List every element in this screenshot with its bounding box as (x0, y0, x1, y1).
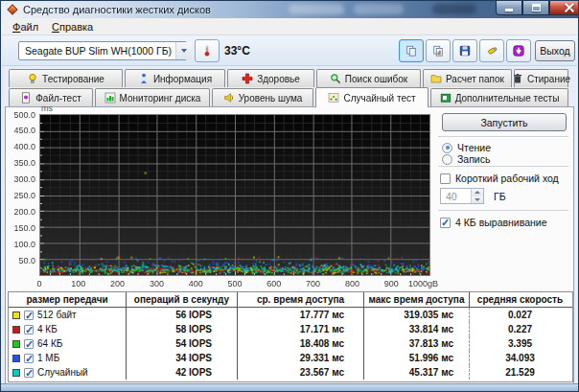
close-button[interactable] (549, 1, 579, 15)
title-bar[interactable]: Средство диагностики жестких дисков (1, 1, 578, 18)
col-header: средняя скорость (470, 292, 570, 307)
drive-select-dropdown[interactable] (175, 42, 192, 59)
series-color-swatch (12, 340, 20, 348)
temperature-button[interactable] (195, 39, 220, 62)
chevron-down-icon (181, 49, 187, 53)
tab-additional-tests[interactable]: Дополнительные тесты (430, 88, 568, 106)
short-stroke-label: Короткий рабочий ход (455, 173, 559, 184)
series-checkbox[interactable] (24, 339, 34, 349)
tab-label: Дополнительные тесты (455, 93, 560, 104)
radio-write-label: Запись (457, 153, 490, 165)
folder-icon (430, 73, 442, 84)
short-stroke-size-stepper[interactable]: 40 (440, 188, 484, 204)
tab-erase[interactable]: Стирание (514, 69, 568, 87)
separator (438, 136, 568, 137)
speaker-icon (223, 92, 235, 104)
col-header: операций в секунду (127, 292, 238, 307)
series-label: 1 МБ (37, 353, 59, 363)
series-checkbox[interactable] (24, 354, 34, 363)
tab-health[interactable]: Здоровье (227, 69, 314, 87)
avg-access-value: 18.408 мс (238, 336, 364, 351)
series-checkbox[interactable] (24, 325, 34, 334)
stepper-down[interactable] (472, 196, 483, 204)
alignment-checkbox[interactable] (440, 218, 451, 228)
tab-disk-monitor[interactable]: Мониторинг диска (95, 88, 210, 106)
random-test-chart (39, 114, 430, 276)
usb-drive-icon (486, 45, 498, 57)
series-label: 64 КБ (37, 338, 62, 349)
iops-value: 54 IOPS (127, 336, 238, 351)
tab-folder-size[interactable]: Расчет папок (423, 69, 512, 87)
tab-label: Тестирование (42, 74, 104, 84)
exit-button[interactable]: Выход (535, 40, 575, 61)
temperature-value: 33°C (224, 44, 250, 58)
app-window: Средство диагностики жестких дисков Файл… (0, 0, 579, 392)
alignment-label: 4 КБ выравнивание (455, 217, 547, 228)
separator (438, 166, 568, 167)
copy-report-button[interactable] (426, 39, 451, 62)
radio-read[interactable] (442, 143, 452, 153)
gb-unit-label: ГБ (494, 191, 506, 202)
series-color-swatch (12, 355, 20, 362)
tab-information[interactable]: Информация (125, 69, 225, 87)
minimize-icon (505, 9, 513, 12)
tab-file-test[interactable]: Файл-тест (9, 88, 93, 106)
avg-speed-value: 3.395 (470, 336, 570, 351)
minimize-button[interactable] (496, 1, 522, 15)
health-cross-icon (242, 73, 253, 84)
tab-testing[interactable]: Тестирование (9, 69, 123, 87)
table-row: 512 байт 56 IOPS 17.777 мс 319.035 мс 0.… (9, 308, 572, 322)
window-controls (496, 1, 579, 15)
trash-icon (512, 73, 523, 84)
write-mode-option[interactable]: Запись (442, 153, 490, 165)
table-row: 1 МБ 34 IOPS 29.331 мс 51.996 мс 34.093 (9, 351, 572, 365)
usb-export-button[interactable] (479, 39, 504, 62)
copy-icon (405, 45, 417, 57)
separator (438, 210, 568, 211)
series-checkbox[interactable] (24, 311, 34, 320)
short-stroke-checkbox[interactable] (440, 173, 451, 184)
floppy-save-icon (459, 45, 471, 57)
series-color-swatch (12, 311, 20, 319)
tab-label: Уровень шума (239, 93, 303, 104)
tab-random-test[interactable]: Случайный тест (315, 87, 428, 107)
download-arrow-icon (513, 45, 524, 57)
alignment-option[interactable]: 4 КБ выравнивание (440, 217, 547, 228)
maximize-button[interactable] (522, 1, 549, 15)
stepper-up[interactable] (472, 189, 483, 196)
drive-select[interactable]: Seagate BUP Slim WH (1000 ГБ) (18, 41, 187, 60)
menu-help[interactable]: Справка (45, 19, 100, 35)
series-checkbox[interactable] (24, 368, 34, 378)
stepper-arrows[interactable] (471, 189, 483, 203)
max-access-value: 33.814 мс (364, 322, 470, 336)
report-icon (432, 45, 444, 57)
copy-button[interactable] (399, 39, 424, 62)
iops-value: 56 IOPS (127, 308, 238, 322)
avg-speed-value: 34.093 (470, 351, 570, 365)
table-row: 4 КБ 58 IOPS 17.171 мс 33.814 мс 0.227 (9, 322, 572, 336)
iops-value: 58 IOPS (127, 322, 238, 336)
read-mode-option[interactable]: Чтение (442, 142, 491, 153)
additional-tests-icon (440, 92, 452, 104)
tab-noise-level[interactable]: Уровень шума (212, 88, 313, 106)
censored-blur (289, 4, 344, 14)
drive-name: Seagate BUP Slim WH (19, 45, 127, 57)
iops-value: 34 IOPS (127, 351, 238, 365)
window-frame (1, 383, 578, 391)
info-icon (138, 73, 150, 84)
results-table: размер передачи операций в секунду ср. в… (8, 291, 573, 382)
start-button[interactable]: Запустить (442, 113, 567, 131)
main-tabs: Тестирование Информация Здоровье Поиск о… (9, 66, 568, 87)
max-access-value: 51.996 мс (364, 351, 470, 365)
avg-access-value: 29.331 мс (238, 351, 364, 365)
short-stroke-option[interactable]: Короткий рабочий ход (440, 173, 559, 184)
tab-label: Мониторинг диска (120, 93, 201, 104)
tab-error-scan[interactable]: Поиск ошибок (316, 69, 421, 87)
radio-write[interactable] (442, 154, 452, 165)
save-button[interactable] (452, 39, 477, 62)
download-button[interactable] (506, 39, 531, 62)
maximize-icon (532, 4, 541, 12)
menu-file[interactable]: Файл (6, 19, 45, 35)
avg-access-value: 17.777 мс (238, 308, 364, 322)
table-header-row: размер передачи операций в секунду ср. в… (9, 292, 572, 308)
